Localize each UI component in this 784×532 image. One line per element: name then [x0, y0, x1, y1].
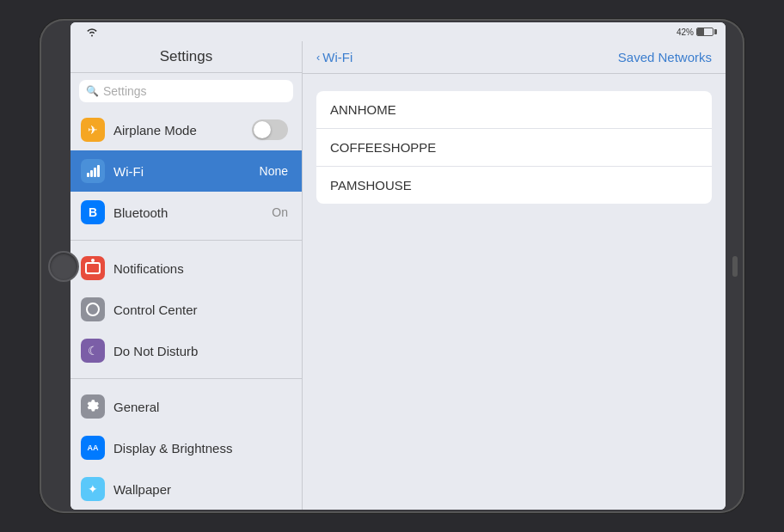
- cc-circle: [86, 303, 100, 316]
- status-bar: 42%: [70, 22, 726, 41]
- airplane-mode-label: Airplane Mode: [113, 123, 252, 138]
- saved-networks-button[interactable]: Saved Networks: [618, 50, 712, 64]
- wallpaper-icon: ✦: [81, 477, 105, 501]
- bluetooth-label: Bluetooth: [113, 205, 272, 220]
- wallpaper-label: Wallpaper: [113, 482, 291, 497]
- settings-list: ✈ Airplane Mode: [70, 109, 302, 510]
- status-left: [79, 27, 677, 37]
- sidebar-item-do-not-disturb[interactable]: ☾ Do Not Disturb: [70, 330, 302, 371]
- display-icon: AA: [81, 436, 105, 460]
- sidebar: Settings 🔍 Settings ✈ Airpl: [70, 41, 303, 510]
- wifi-bar-3: [94, 168, 96, 177]
- sidebar-item-general[interactable]: General: [70, 386, 302, 427]
- content-area: Settings 🔍 Settings ✈ Airpl: [70, 41, 726, 510]
- battery-info: 42%: [677, 28, 717, 37]
- do-not-disturb-icon: ☾: [81, 339, 105, 363]
- airplane-mode-toggle[interactable]: [252, 119, 288, 140]
- wifi-value: None: [260, 164, 288, 178]
- side-button[interactable]: [732, 256, 738, 277]
- sidebar-item-control-center[interactable]: Control Center: [70, 289, 302, 330]
- wallpaper-glyph: ✦: [88, 482, 98, 496]
- network-list: ANNHOME COFFEESHOPPE PAMSHOUSE: [316, 91, 712, 204]
- wifi-icon: [81, 159, 105, 183]
- wifi-bar-1: [87, 173, 89, 177]
- battery-percent: 42%: [677, 28, 694, 37]
- gear-svg: [85, 399, 101, 414]
- panel-header: ‹ Wi-Fi Saved Networks: [303, 41, 726, 74]
- device-frame: 42% Settings 🔍 Settings: [40, 19, 744, 513]
- sidebar-item-wifi[interactable]: Wi-Fi None: [70, 150, 302, 192]
- bluetooth-glyph: B: [89, 205, 97, 219]
- brightness-glyph: AA: [88, 443, 99, 452]
- notifications-label: Notifications: [113, 261, 291, 276]
- settings-group-general: General AA Display & Brightness ✦: [70, 378, 302, 510]
- sidebar-item-airplane-mode[interactable]: ✈ Airplane Mode: [70, 109, 302, 150]
- sidebar-item-wallpaper[interactable]: ✦ Wallpaper: [70, 468, 302, 510]
- network-name-coffeeshoppe: COFFEESHOPPE: [330, 140, 436, 155]
- back-label: Wi-Fi: [322, 50, 352, 64]
- bluetooth-icon: B: [81, 200, 105, 224]
- screen: 42% Settings 🔍 Settings: [70, 22, 726, 510]
- do-not-disturb-label: Do Not Disturb: [113, 344, 291, 358]
- search-bar: 🔍 Settings: [70, 73, 302, 109]
- wifi-bar-2: [90, 170, 93, 177]
- network-name-annhome: ANNHOME: [330, 102, 396, 117]
- wifi-bars: [87, 165, 100, 177]
- settings-group-notifications: Notifications Control Center ☾: [70, 240, 302, 371]
- search-icon: 🔍: [86, 85, 99, 97]
- wifi-bar-4: [97, 165, 100, 177]
- control-center-label: Control Center: [113, 303, 291, 317]
- chevron-left-icon: ‹: [316, 51, 320, 64]
- network-item-pamshouse[interactable]: PAMSHOUSE: [316, 167, 712, 204]
- wifi-label: Wi-Fi: [113, 164, 260, 179]
- settings-group-connectivity: ✈ Airplane Mode: [70, 109, 302, 233]
- sidebar-item-display[interactable]: AA Display & Brightness: [70, 427, 302, 468]
- network-item-annhome[interactable]: ANNHOME: [316, 91, 712, 129]
- airplane-mode-icon: ✈: [81, 118, 105, 142]
- bluetooth-value: On: [272, 205, 288, 219]
- airplane-glyph: ✈: [88, 123, 98, 137]
- search-wrapper[interactable]: 🔍 Settings: [79, 80, 293, 102]
- display-label: Display & Brightness: [113, 441, 291, 456]
- moon-glyph: ☾: [88, 344, 99, 358]
- network-list-container: ANNHOME COFFEESHOPPE PAMSHOUSE: [303, 74, 726, 221]
- general-icon: [81, 394, 105, 419]
- network-name-pamshouse: PAMSHOUSE: [330, 178, 412, 193]
- notif-bell: [85, 262, 101, 274]
- back-link[interactable]: ‹ Wi-Fi: [316, 50, 352, 64]
- notifications-icon: [81, 256, 105, 280]
- network-item-coffeeshoppe[interactable]: COFFEESHOPPE: [316, 129, 712, 167]
- sidebar-item-notifications[interactable]: Notifications: [70, 248, 302, 289]
- toggle-knob: [254, 121, 271, 138]
- status-wifi-icon: [86, 27, 98, 37]
- control-center-icon: [81, 297, 105, 321]
- battery-icon: [696, 28, 717, 36]
- sidebar-title: Settings: [70, 41, 302, 73]
- sidebar-item-bluetooth[interactable]: B Bluetooth On: [70, 192, 302, 233]
- general-label: General: [113, 400, 291, 414]
- main-panel: ‹ Wi-Fi Saved Networks ANNHOME COFFEESHO…: [303, 41, 726, 510]
- search-input[interactable]: Settings: [103, 84, 147, 98]
